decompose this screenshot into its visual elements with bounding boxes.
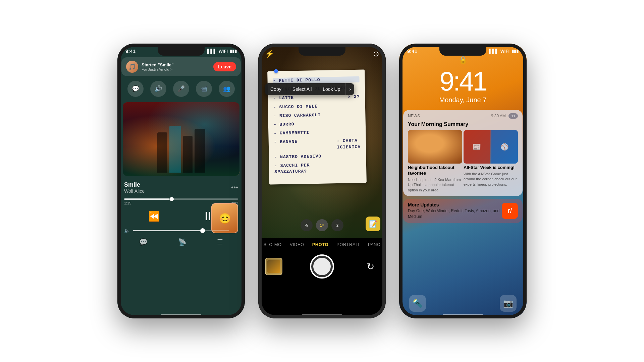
- notification-card[interactable]: NEWS 9:30 AM 11 Your Morning Summary Nei…: [403, 110, 523, 196]
- status-bar-p3: 9:41 ▌▌▌ WiFi ▮▮▮: [399, 44, 527, 56]
- zoom-1x[interactable]: 1×: [316, 219, 328, 231]
- reddit-icon: r/: [502, 203, 518, 219]
- progress-bar[interactable]: [124, 198, 238, 200]
- chevron-up-icon[interactable]: ⌃: [321, 50, 327, 58]
- leave-button[interactable]: Leave: [213, 62, 236, 71]
- article-1-body: Need inspiration? Kea Mao from Up Thai i…: [408, 177, 462, 193]
- time-display: 9:41: [399, 68, 527, 95]
- more-updates-card[interactable]: More Updates Day One, WaterMinder, Reddi…: [403, 199, 523, 223]
- status-bar-p1: 9:41 ▌▌▌ WiFi ▮▮▮: [117, 44, 245, 56]
- volume-low-icon: 🔈: [124, 228, 130, 233]
- note-line-8: - BANANE- CARTAIGIENICA: [274, 138, 361, 152]
- camera-modes: SLO-MO VIDEO PHOTO PORTRAIT PANO: [258, 238, 386, 251]
- shutter-button[interactable]: [310, 254, 334, 279]
- mode-pano[interactable]: PANO: [368, 242, 381, 247]
- mode-photo[interactable]: PHOTO: [312, 242, 329, 247]
- progress-thumb[interactable]: [170, 197, 174, 201]
- track-name: Smile: [124, 181, 145, 188]
- chat-icon[interactable]: 💬: [127, 81, 144, 97]
- facetime-subtitle: For Justin Arnold >: [142, 67, 210, 71]
- volume-bar[interactable]: [133, 230, 229, 231]
- shutter-inner: [313, 258, 331, 275]
- note-line-4: - SUCCO DI MELE: [273, 103, 360, 110]
- control-icons-row: 💬 🔊 🎤 📹 👥: [117, 77, 245, 100]
- phone-2-camera-livetext: ⚡ ⌃ ⊙ Copy Select All Look Up › - PETTI …: [258, 44, 386, 318]
- timer-icon[interactable]: ⊙: [373, 50, 379, 58]
- track-artist: Wolf Alice: [124, 188, 145, 194]
- flash-icon[interactable]: ⚡: [265, 50, 274, 58]
- phone-1-facetime-music: 9:41 ▌▌▌ WiFi ▮▮▮ 🎵 Started "Smile" For …: [117, 44, 245, 318]
- copy-button[interactable]: Copy: [265, 83, 287, 95]
- camera-viewfinder: ⚡ ⌃ ⊙ Copy Select All Look Up › - PETTI …: [258, 44, 386, 238]
- notification-app: NEWS: [408, 114, 420, 118]
- mode-video[interactable]: VIDEO: [290, 242, 304, 247]
- zoom-controls: ·5 1× 2: [301, 219, 343, 231]
- airplay-icon[interactable]: 📡: [178, 238, 186, 246]
- date-display: Monday, June 7: [399, 96, 527, 104]
- volume-thumb[interactable]: [200, 228, 205, 233]
- rewind-button[interactable]: ⏪: [148, 211, 160, 222]
- note-line-9: - NASTRO ADESIVO: [274, 153, 361, 160]
- signal-icon: ▌▌▌: [207, 49, 217, 54]
- select-all-button[interactable]: Select All: [287, 83, 318, 95]
- facetime-title: Started "Smile": [142, 62, 210, 67]
- camera-bottom-controls: ↻: [258, 251, 386, 289]
- facetime-thumbnail[interactable]: 😊: [211, 203, 238, 233]
- tooltip-more-arrow[interactable]: ›: [346, 83, 354, 95]
- note-line-6: - BURRO: [274, 120, 360, 128]
- flip-camera-button[interactable]: ↻: [362, 258, 379, 275]
- camera-dock-icon[interactable]: 📷: [500, 295, 517, 312]
- audio-icon[interactable]: 🔊: [150, 81, 166, 97]
- article-1-headline: Neighborhood takeout favorites: [408, 165, 462, 176]
- home-indicator: [161, 314, 201, 316]
- status-icons-p3: ▌▌▌ WiFi ▮▮▮: [489, 49, 519, 54]
- facetime-avatar: 🎵: [126, 61, 138, 73]
- article-2-image: 📰 ⚾: [464, 130, 518, 164]
- notification-time: 9:30 AM: [491, 114, 506, 118]
- note-line-5: - RISO CARNAROLI: [273, 112, 360, 119]
- status-time-p1: 9:41: [125, 48, 136, 54]
- photo-library-thumbnail[interactable]: [265, 258, 282, 275]
- mode-slomo[interactable]: SLO-MO: [263, 242, 281, 247]
- lyrics-icon[interactable]: 💬: [139, 238, 148, 246]
- mic-icon[interactable]: 🎤: [173, 81, 189, 97]
- article-1-image: [408, 130, 462, 164]
- wifi-icon-p3: WiFi: [500, 49, 509, 54]
- phone-3-lockscreen: 9:41 ▌▌▌ WiFi ▮▮▮ 🔓 9:41 Monday, June 7 …: [399, 44, 527, 318]
- notification-badge: 11: [508, 113, 518, 119]
- article-1: Neighborhood takeout favorites Need insp…: [408, 130, 462, 193]
- wifi-icon: WiFi: [219, 49, 228, 54]
- mode-portrait[interactable]: PORTRAIT: [336, 242, 360, 247]
- zoom-05x[interactable]: ·5: [301, 219, 313, 231]
- battery-icon: ▮▮▮: [230, 49, 237, 54]
- look-up-button[interactable]: Look Up: [317, 83, 346, 95]
- lock-icon: 🔓: [399, 56, 527, 64]
- time-elapsed: 1:15: [124, 201, 131, 205]
- flashlight-icon[interactable]: 🔦: [409, 295, 426, 312]
- track-more-button[interactable]: •••: [231, 184, 238, 191]
- camera-icon[interactable]: 📹: [196, 81, 212, 97]
- live-text-icon[interactable]: 📝: [366, 217, 380, 231]
- progress-fill: [124, 198, 170, 200]
- article-2: 📰 ⚾ All-Star Week is coming! With the Al…: [464, 130, 518, 193]
- note-line-7: - GAMBERETTI: [274, 129, 360, 137]
- lockscreen-bottom-dock: 🔦 📷: [399, 295, 527, 312]
- signal-icon-p3: ▌▌▌: [489, 49, 498, 54]
- people-icon[interactable]: 👥: [219, 81, 235, 97]
- note-pin: [274, 69, 278, 73]
- zoom-2x[interactable]: 2: [331, 219, 343, 231]
- volume-fill: [133, 230, 200, 231]
- notification-header: NEWS 9:30 AM 11: [403, 110, 523, 121]
- more-updates-body: Day One, WaterMinder, Reddit, Tasty, Ama…: [408, 208, 502, 220]
- article-2-headline: All-Star Week is coming!: [464, 165, 518, 171]
- facetime-info: Started "Smile" For Justin Arnold >: [142, 62, 210, 71]
- facetime-banner[interactable]: 🎵 Started "Smile" For Justin Arnold > Le…: [121, 57, 241, 76]
- status-icons-p1: ▌▌▌ WiFi ▮▮▮: [207, 49, 237, 54]
- news-grid: Neighborhood takeout favorites Need insp…: [403, 130, 523, 196]
- more-updates-title: More Updates: [408, 202, 502, 207]
- queue-icon[interactable]: ☰: [217, 238, 223, 246]
- bottom-bar-p1: 💬 📡 ☰: [117, 235, 245, 249]
- track-info: Smile Wolf Alice •••: [117, 178, 245, 197]
- battery-icon-p3: ▮▮▮: [512, 49, 519, 54]
- home-indicator-p2: [302, 314, 342, 316]
